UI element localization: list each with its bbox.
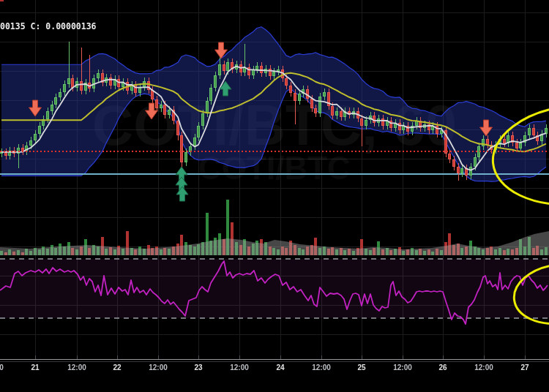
chart-window: 00135 C: 0.00000136 12:002112:002212:002…	[0, 0, 549, 392]
ohlc-readout: 00135 C: 0.00000136	[0, 21, 97, 31]
price-chart-canvas[interactable]	[0, 0, 549, 392]
